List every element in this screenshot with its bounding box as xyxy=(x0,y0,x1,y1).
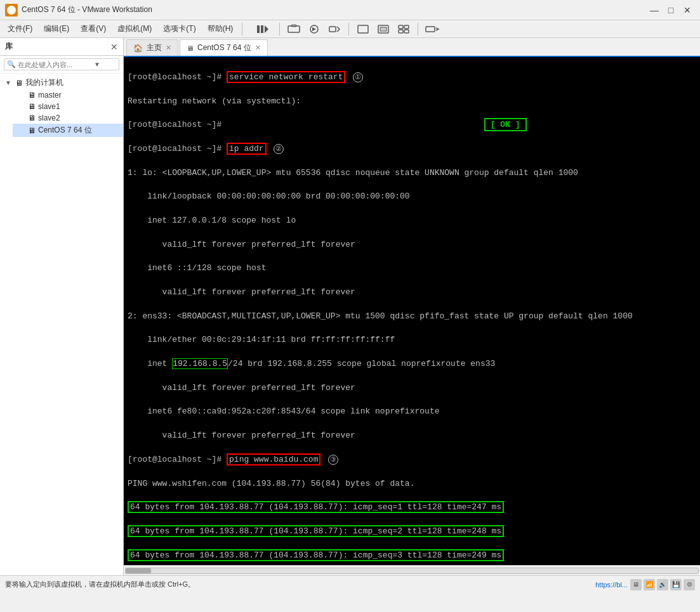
terminal-ping-2: 64 bytes from 104.193.88.77 (104.193.88.… xyxy=(128,526,696,538)
ping-result-2: 64 bytes from 104.193.88.77 (104.193.88.… xyxy=(128,525,504,537)
h-scroll-track[interactable] xyxy=(125,568,699,574)
ping-result-1: 64 bytes from 104.193.88.77 (104.193.88.… xyxy=(128,501,504,513)
vm-icon-slave2: 🖥 xyxy=(28,114,36,122)
terminal-line-11: link/ether 00:0c:29:14:1f:11 brd ff:ff:f… xyxy=(128,334,696,346)
centos-tab-close[interactable]: ✕ xyxy=(255,44,261,52)
minimize-button[interactable]: — xyxy=(647,3,662,18)
terminal-line-2: Restarting network (via systemctl): xyxy=(128,96,696,108)
slave2-label: slave2 xyxy=(38,114,60,122)
terminal-line-4: 1: lo: <LOOPBACK,UP,LOWER_UP> mtu 65536 … xyxy=(128,167,696,179)
home-tab-close[interactable]: ✕ xyxy=(166,44,171,52)
computer-icon: 🖥 xyxy=(15,79,23,88)
terminal-line-16: [root@localhost ~]# ping www.baidu.com ③ xyxy=(128,454,696,466)
svg-rect-9 xyxy=(380,27,386,31)
tb-divider1 xyxy=(279,23,280,36)
status-right: https://bl... 🖥 📶 🔊 💾 ⚙ xyxy=(595,579,695,590)
settings-button[interactable] xyxy=(423,22,441,36)
cmd1-box: service network restart xyxy=(227,71,345,83)
status-icon-2: 📶 xyxy=(644,579,655,590)
menu-help[interactable]: 帮助(H) xyxy=(202,22,239,36)
svg-rect-7 xyxy=(358,25,368,33)
status-icon-1: 🖥 xyxy=(630,579,642,590)
vm-icon-master: 🖥 xyxy=(28,91,36,100)
sidebar-item-slave1[interactable]: 🖥 slave1 xyxy=(13,101,123,112)
sidebar: 库 ✕ 🔍 ▼ ▼ 🖥 我的计算机 🖥 master xyxy=(0,38,124,575)
fullscreen-button[interactable] xyxy=(354,22,372,36)
home-tab-label: 主页 xyxy=(147,42,162,53)
menu-edit[interactable]: 编辑(E) xyxy=(39,22,74,36)
status-icon-5: ⚙ xyxy=(683,579,695,590)
svg-rect-6 xyxy=(329,27,336,32)
sidebar-item-master[interactable]: 🖥 master xyxy=(13,89,123,101)
sidebar-item-slave2[interactable]: 🖥 slave2 xyxy=(13,112,123,124)
svg-rect-14 xyxy=(426,27,435,32)
menu-divider xyxy=(242,23,242,36)
terminal-line-10: 2: ens33: <BROADCAST,MULTICAST,UP,LOWER_… xyxy=(128,311,696,323)
vm-tab-icon: 🖥 xyxy=(187,44,194,52)
terminal-line-3: [root@localhost ~]# ip addr ② xyxy=(128,143,696,155)
title-bar-left: CentOS 7 64 位 - VMware Workstation xyxy=(5,4,152,16)
sidebar-item-centos[interactable]: 🖥 CentOS 7 64 位 xyxy=(13,124,123,137)
toolbar-icons xyxy=(251,22,441,36)
sidebar-title: 库 xyxy=(5,41,13,52)
terminal-line-17: PING www.wshifen.com (104.193.88.77) 56(… xyxy=(128,478,696,490)
sidebar-close-button[interactable]: ✕ xyxy=(110,42,118,52)
menu-bar: 文件(F) 编辑(E) 查看(V) 虚拟机(M) 选项卡(T) 帮助(H) xyxy=(0,20,700,38)
tab-home[interactable]: 🏠 主页 ✕ xyxy=(126,39,178,56)
sidebar-search-area: 🔍 ▼ xyxy=(0,56,123,74)
maximize-button[interactable]: □ xyxy=(663,3,678,18)
status-icons: 🖥 📶 🔊 💾 ⚙ xyxy=(630,579,695,590)
search-input[interactable] xyxy=(18,61,94,68)
fit-window-button[interactable] xyxy=(374,22,392,36)
terminal-wrapper[interactable]: [root@localhost ~]# service network rest… xyxy=(124,57,700,565)
horizontal-scrollbar[interactable] xyxy=(124,565,700,575)
centos-label: CentOS 7 64 位 xyxy=(38,125,92,136)
tb-divider2 xyxy=(348,23,349,36)
tab-centos[interactable]: 🖥 CentOS 7 64 位 ✕ xyxy=(180,39,268,56)
sidebar-item-mycomputer[interactable]: ▼ 🖥 我的计算机 xyxy=(0,76,123,89)
vmware-logo-icon xyxy=(5,4,18,16)
tb-divider3 xyxy=(418,23,418,36)
terminal-line-14: inet6 fe80::ca9d:952a:c20f:8543/64 scope… xyxy=(128,406,696,418)
terminal[interactable]: [root@localhost ~]# service network rest… xyxy=(124,57,700,565)
svg-rect-10 xyxy=(399,25,403,29)
window-title: CentOS 7 64 位 - VMware Workstation xyxy=(22,4,152,15)
tab-bar: 🏠 主页 ✕ 🖥 CentOS 7 64 位 ✕ xyxy=(124,38,700,57)
svg-rect-11 xyxy=(404,25,409,29)
svg-marker-2 xyxy=(265,25,268,33)
terminal-line-5: link/loopback 00:00:00:00:00:00 brd 00:0… xyxy=(128,191,696,203)
send-files-button[interactable] xyxy=(326,22,343,36)
revert-button[interactable] xyxy=(305,22,323,36)
master-label: master xyxy=(38,91,62,100)
search-icon: 🔍 xyxy=(7,60,16,68)
menu-tabs[interactable]: 选项卡(T) xyxy=(158,22,201,36)
terminal-line-8: inet6 ::1/128 scope host xyxy=(128,263,696,275)
svg-rect-12 xyxy=(399,30,403,33)
window-controls: — □ ✕ xyxy=(647,3,695,18)
terminal-line-1: [root@localhost ~]# service network rest… xyxy=(128,72,696,84)
sidebar-search-inner: 🔍 ▼ xyxy=(4,58,119,70)
terminal-ping-1: 64 bytes from 104.193.88.77 (104.193.88.… xyxy=(128,502,696,514)
status-url: https://bl... xyxy=(595,581,628,589)
status-icon-4: 💾 xyxy=(670,579,682,590)
home-icon: 🏠 xyxy=(133,44,143,53)
h-scroll-thumb[interactable] xyxy=(126,568,151,573)
status-bar: 要将输入定向到该虚拟机，请在虚拟机内部单击或按 Ctrl+G。 https://… xyxy=(0,575,700,593)
snapshot-button[interactable] xyxy=(285,22,303,36)
close-button[interactable]: ✕ xyxy=(680,3,695,18)
menu-vm[interactable]: 虚拟机(M) xyxy=(112,22,157,36)
ok-box: [ OK ] xyxy=(484,118,527,131)
svg-rect-13 xyxy=(404,30,409,33)
svg-rect-0 xyxy=(257,25,260,33)
menu-view[interactable]: 查看(V) xyxy=(76,22,111,36)
ping-result-3: 64 bytes from 104.193.88.77 (104.193.88.… xyxy=(128,549,504,561)
menu-file[interactable]: 文件(F) xyxy=(3,22,37,36)
centos-tab-label: CentOS 7 64 位 xyxy=(197,42,251,53)
cmd2-box: ip addr xyxy=(227,143,267,155)
unity-button[interactable] xyxy=(395,22,413,36)
terminal-ping-3: 64 bytes from 104.193.88.77 (104.193.88.… xyxy=(128,550,696,562)
search-dropdown-arrow[interactable]: ▼ xyxy=(94,61,100,68)
pause-button[interactable] xyxy=(251,22,274,36)
ip-highlight: 192.168.8.5 xyxy=(172,358,228,369)
sidebar-tree-sub: 🖥 master 🖥 slave1 🖥 slave2 🖥 CentOS xyxy=(0,89,123,137)
